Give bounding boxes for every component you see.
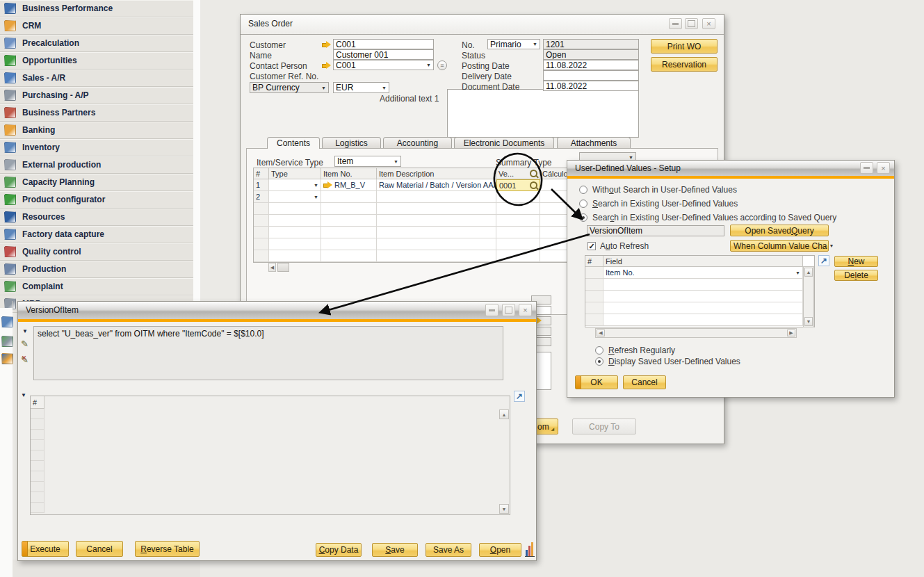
- maximize-button[interactable]: [502, 304, 515, 316]
- link-arrow-icon[interactable]: [322, 41, 331, 48]
- collapse-results-icon[interactable]: ▼: [21, 392, 26, 398]
- tab-electronic-documents[interactable]: Electronic Documents: [454, 137, 554, 148]
- close-icon[interactable]: ×: [702, 18, 715, 29]
- minimize-button[interactable]: [485, 304, 499, 316]
- close-icon[interactable]: ×: [519, 304, 532, 316]
- radio-search-existing[interactable]: [579, 200, 587, 208]
- expand-table-icon[interactable]: ↗: [818, 255, 829, 266]
- contact-person-combo[interactable]: C001▼: [333, 60, 434, 70]
- versionofitem-titlebar[interactable]: VersionOfItem ×: [18, 302, 536, 319]
- col-header-item-description[interactable]: Item Description: [377, 168, 496, 179]
- chevron-down-icon[interactable]: ▼: [793, 270, 800, 275]
- table-cell[interactable]: [377, 191, 496, 203]
- scroll-up-icon[interactable]: ▲: [499, 409, 509, 419]
- col-header-item-no[interactable]: Item No.: [321, 168, 377, 179]
- radio-refresh-regularly[interactable]: [595, 346, 603, 355]
- delete-button[interactable]: Delete: [834, 270, 878, 281]
- chevron-down-icon[interactable]: ▼: [827, 243, 834, 248]
- version-cell[interactable]: 0001: [496, 179, 540, 191]
- currency-dropdown[interactable]: EUR▼: [333, 82, 389, 93]
- row-number[interactable]: 2: [254, 191, 269, 203]
- chart-preview-icon[interactable]: [525, 542, 536, 557]
- chevron-down-icon[interactable]: ▼: [530, 42, 537, 47]
- copy-data-button[interactable]: Copy Data: [316, 543, 362, 557]
- v-scrollbar[interactable]: ▲ ▼: [803, 266, 814, 327]
- scroll-down-icon[interactable]: ▼: [804, 317, 813, 326]
- scroll-down-icon[interactable]: ▼: [499, 504, 509, 514]
- sidebar-item-product-configurator[interactable]: Product configurator: [0, 191, 193, 209]
- radio-display-saved[interactable]: [595, 357, 603, 366]
- chevron-down-icon[interactable]: ▼: [626, 155, 633, 160]
- sidebar-item-precalculation[interactable]: Precalculation: [0, 35, 193, 52]
- posting-date-input[interactable]: 11.08.2022: [543, 60, 639, 70]
- chevron-down-icon[interactable]: ▼: [311, 195, 318, 200]
- reverse-table-button[interactable]: Reverse Table: [135, 541, 200, 557]
- save-button[interactable]: Save: [372, 543, 418, 557]
- sidebar-item-production[interactable]: Production: [0, 261, 193, 278]
- service-wrench-icon[interactable]: [1, 316, 13, 327]
- sidebar-item-opportunities[interactable]: Opportunities: [0, 52, 193, 70]
- minimize-button[interactable]: [669, 18, 682, 29]
- col-header-[interactable]: #: [585, 256, 603, 267]
- tab-contents[interactable]: Contents: [267, 137, 320, 149]
- additional-text-area[interactable]: [447, 89, 639, 138]
- sidebar-item-capacity-planning[interactable]: Capacity Planning: [0, 174, 193, 191]
- table-cell[interactable]: ▼: [269, 191, 321, 203]
- person-document-icon[interactable]: [1, 336, 13, 347]
- reports-chart-icon[interactable]: [1, 353, 13, 364]
- chevron-down-icon[interactable]: ▼: [319, 86, 326, 90]
- link-arrow-icon[interactable]: [323, 181, 332, 188]
- cancel-button[interactable]: Cancel: [76, 541, 123, 557]
- sidebar-item-resources[interactable]: Resources: [0, 209, 193, 226]
- field-table[interactable]: #FieldItem No.▼: [585, 255, 815, 327]
- table-cell[interactable]: ▼: [269, 179, 321, 191]
- ok-button[interactable]: OK: [575, 375, 618, 389]
- item-service-type-dropdown[interactable]: Item▼: [334, 156, 401, 167]
- chevron-down-icon[interactable]: ▼: [424, 63, 431, 67]
- table-cell[interactable]: [321, 191, 377, 203]
- tab-logistics[interactable]: Logistics: [322, 137, 381, 148]
- sidebar-item-sales-a-r[interactable]: Sales - A/R: [0, 70, 193, 87]
- copy-to-button[interactable]: Copy To: [572, 418, 636, 434]
- chevron-down-icon[interactable]: ▼: [311, 183, 318, 188]
- sidebar-item-quality-control[interactable]: Quality control: [0, 243, 193, 261]
- save-as-button[interactable]: Save As: [425, 543, 471, 557]
- execute-button[interactable]: Execute: [22, 541, 69, 557]
- link-arrow-icon[interactable]: [322, 62, 331, 69]
- item-no-cell[interactable]: RM_B_V: [321, 179, 377, 191]
- scroll-left-icon[interactable]: ◀: [597, 330, 605, 336]
- cancel-button[interactable]: Cancel: [623, 375, 666, 389]
- sidebar-item-external-production[interactable]: External production: [0, 156, 193, 174]
- h-scrollbar[interactable]: ◀ ▶: [595, 328, 797, 338]
- sql-query-editor[interactable]: select "U_beas_ver" from OITM where "Ite…: [33, 326, 503, 380]
- expand-results-icon[interactable]: ↗: [514, 391, 525, 402]
- name-input[interactable]: Customer 001: [333, 49, 434, 60]
- scroll-left-icon[interactable]: ◀: [268, 263, 276, 272]
- field-cell[interactable]: Item No.▼: [603, 267, 803, 279]
- tab-accounting[interactable]: Accounting: [383, 137, 452, 148]
- radio-without-search[interactable]: [579, 186, 587, 194]
- saved-query-name-field[interactable]: VersionOfItem: [587, 225, 724, 236]
- series-dropdown[interactable]: Primario▼: [487, 39, 540, 49]
- maximize-button[interactable]: [685, 18, 698, 29]
- sidebar-item-complaint[interactable]: Complaint: [0, 278, 193, 295]
- reservation-button[interactable]: Reservation: [651, 57, 718, 72]
- customer-input[interactable]: C001: [333, 39, 434, 49]
- sidebar-item-purchasing-a-p[interactable]: Purchasing - A/P: [0, 87, 193, 104]
- sidebar-item-inventory[interactable]: Inventory: [0, 139, 193, 156]
- scroll-up-icon[interactable]: ▲: [804, 268, 813, 277]
- scroll-right-icon[interactable]: ▶: [787, 330, 795, 336]
- document-date-input[interactable]: 11.08.2022: [543, 81, 639, 91]
- open-saved-query-button[interactable]: Open Saved Query: [730, 225, 829, 236]
- docnum-input[interactable]: 1201: [543, 39, 639, 49]
- table-cell[interactable]: [496, 191, 540, 203]
- sidebar-item-business-partners[interactable]: Business Partners: [0, 104, 193, 122]
- col-header-ve[interactable]: Ve...: [496, 168, 540, 179]
- udv-titlebar[interactable]: User-Defined Values - Setup ×: [567, 161, 894, 176]
- radio-search-saved-query[interactable]: [579, 213, 587, 222]
- search-icon[interactable]: [530, 181, 537, 189]
- sales-order-titlebar[interactable]: Sales Order ×: [241, 15, 724, 35]
- edit-pencil-icon[interactable]: ✎: [21, 339, 29, 349]
- new-button[interactable]: New: [834, 256, 878, 267]
- bp-currency-dropdown[interactable]: BP Currency▼: [250, 82, 329, 93]
